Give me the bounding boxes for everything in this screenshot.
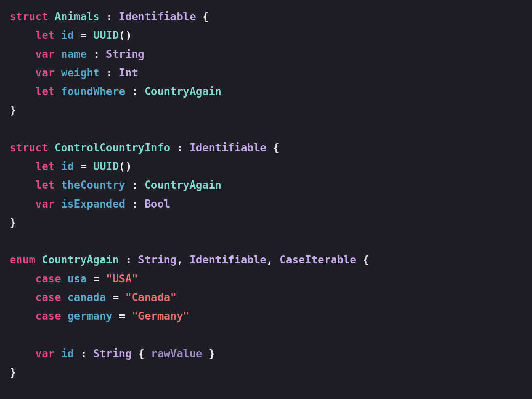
keyword-case: case	[35, 291, 61, 303]
protocol-name: Identifiable	[189, 142, 266, 154]
colon: :	[177, 142, 183, 154]
keyword-var: var	[35, 348, 55, 360]
string-literal: "Germany"	[132, 310, 189, 322]
identifier: weight	[61, 67, 100, 79]
code-line: case canada = "Canada"	[10, 291, 177, 303]
code-line: let theCountry : CountryAgain	[10, 179, 221, 191]
parens: ()	[119, 29, 132, 41]
code-block: struct Animals : Identifiable { let id =…	[0, 0, 532, 389]
close-brace: }	[209, 348, 215, 360]
type-name: CountryAgain	[42, 254, 119, 266]
keyword-var: var	[35, 198, 55, 210]
type-name: String	[93, 348, 132, 360]
parens: ()	[119, 160, 132, 172]
colon: :	[106, 11, 113, 23]
open-brace: {	[273, 142, 279, 154]
keyword-struct: struct	[10, 142, 48, 154]
code-line: let id = UUID()	[10, 29, 132, 41]
close-brace: }	[10, 216, 16, 229]
identifier: foundWhere	[61, 85, 126, 98]
code-line: }	[10, 216, 16, 229]
identifier: id	[61, 160, 74, 172]
comma: ,	[266, 254, 273, 266]
colon: :	[132, 198, 138, 210]
equals: =	[93, 273, 100, 285]
keyword-var: var	[35, 48, 55, 60]
code-line: enum CountryAgain : String, Identifiable…	[10, 254, 369, 266]
identifier: id	[61, 29, 74, 41]
code-line: case usa = "USA"	[10, 273, 138, 285]
colon: :	[93, 48, 100, 60]
colon: :	[106, 67, 113, 79]
keyword-let: let	[35, 85, 55, 98]
identifier: name	[61, 48, 87, 60]
code-line: struct ControlCountryInfo : Identifiable…	[10, 142, 279, 154]
comma: ,	[177, 254, 183, 266]
string-literal: "Canada"	[125, 291, 177, 303]
keyword-case: case	[35, 310, 61, 322]
keyword-let: let	[35, 160, 55, 172]
protocol-name: String	[138, 254, 177, 266]
identifier: germany	[68, 310, 113, 322]
identifier: theCountry	[61, 179, 126, 191]
colon: :	[80, 348, 87, 360]
equals: =	[113, 291, 119, 303]
code-line: var name : String	[10, 48, 145, 60]
code-line: let foundWhere : CountryAgain	[10, 85, 221, 98]
identifier: id	[61, 348, 74, 360]
code-line: case germany = "Germany"	[10, 310, 189, 322]
type-name: CountryAgain	[145, 85, 221, 98]
type-name: String	[106, 48, 145, 60]
keyword-let: let	[35, 179, 55, 191]
protocol-name: CaseIterable	[279, 254, 356, 266]
string-literal: "USA"	[106, 273, 138, 285]
code-line: }	[10, 366, 16, 378]
colon: :	[132, 179, 138, 191]
type-name: ControlCountryInfo	[55, 142, 170, 154]
type-name: CountryAgain	[145, 179, 221, 191]
protocol-name: Identifiable	[119, 11, 196, 23]
identifier: isExpanded	[61, 198, 126, 210]
keyword-case: case	[35, 273, 61, 285]
open-brace: {	[202, 11, 209, 23]
protocol-name: Identifiable	[189, 254, 266, 266]
type-name: Bool	[145, 198, 170, 210]
keyword-let: let	[35, 29, 55, 41]
code-line: struct Animals : Identifiable {	[10, 11, 209, 23]
code-line: let id = UUID()	[10, 160, 132, 172]
colon: :	[132, 85, 138, 98]
type-name: UUID	[93, 160, 119, 172]
open-brace: {	[363, 254, 369, 266]
type-name: UUID	[93, 29, 119, 41]
equals: =	[80, 29, 87, 41]
identifier: canada	[68, 291, 106, 303]
close-brace: }	[10, 104, 16, 116]
code-line: var isExpanded : Bool	[10, 198, 170, 210]
type-name: Int	[119, 67, 138, 79]
identifier: usa	[68, 273, 87, 285]
member-ref: rawValue	[151, 348, 202, 360]
equals: =	[80, 160, 87, 172]
type-name: Animals	[55, 11, 100, 23]
close-brace: }	[10, 366, 16, 378]
keyword-enum: enum	[10, 254, 35, 266]
code-line: }	[10, 104, 16, 116]
colon: :	[125, 254, 132, 266]
keyword-var: var	[35, 67, 55, 79]
keyword-struct: struct	[10, 11, 48, 23]
code-line: var weight : Int	[10, 67, 138, 79]
open-brace: {	[138, 348, 145, 360]
equals: =	[119, 310, 126, 322]
code-line: var id : String { rawValue }	[10, 348, 215, 360]
